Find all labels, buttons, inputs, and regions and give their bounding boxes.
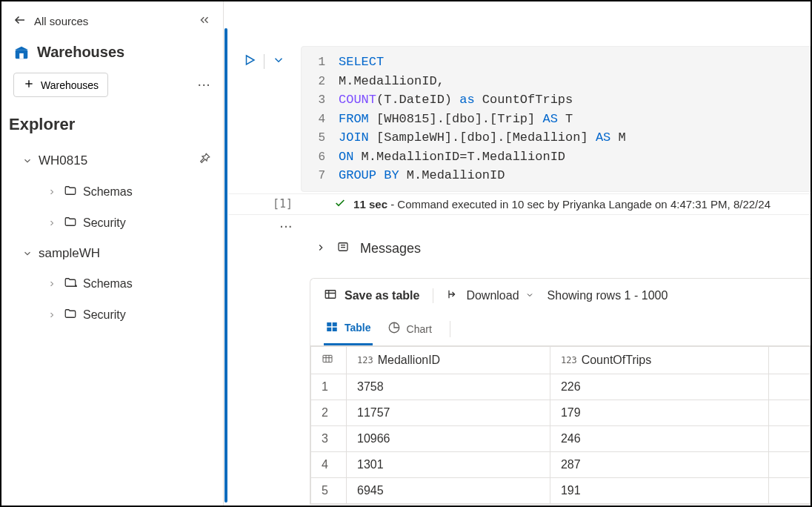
table-row[interactable]: 310966246 bbox=[311, 425, 811, 451]
tree-item-wh0815[interactable]: WH0815 bbox=[1, 145, 223, 176]
results-corner[interactable] bbox=[311, 346, 347, 374]
chevron-right-icon bbox=[316, 241, 326, 256]
table-row[interactable]: 56945191 bbox=[311, 477, 811, 503]
tree-item-schemas[interactable]: Schemas bbox=[1, 268, 223, 299]
code-editor[interactable]: 1SELECT2M.MedallionID,3COUNT(T.DateID) a… bbox=[301, 46, 811, 192]
cell-more-icon[interactable]: ··· bbox=[280, 221, 811, 233]
cell-empty bbox=[768, 425, 811, 451]
col-name: CountOfTrips bbox=[582, 354, 652, 367]
col-type: 123 bbox=[357, 355, 373, 365]
back-label: All sources bbox=[34, 15, 88, 27]
tab-table[interactable]: Table bbox=[324, 313, 373, 345]
folder-icon bbox=[64, 184, 77, 200]
messages-label: Messages bbox=[360, 241, 421, 256]
execution-status: [1] 11 sec - Command executed in 10 sec … bbox=[228, 193, 811, 215]
tree-item-label: Security bbox=[83, 308, 211, 322]
svg-marker-6 bbox=[247, 56, 255, 64]
explorer-title: Explorer bbox=[1, 103, 223, 142]
cell: 226 bbox=[550, 374, 768, 400]
save-as-table-label: Save as table bbox=[345, 289, 419, 302]
separator bbox=[433, 288, 433, 303]
code-line: 1SELECT bbox=[302, 53, 810, 72]
tree-item-label: Security bbox=[83, 216, 211, 230]
col-name: MedallionID bbox=[378, 354, 440, 367]
download-icon bbox=[447, 288, 460, 304]
tree-item-schemas[interactable]: Schemas bbox=[1, 176, 223, 208]
warehouses-title-row: Warehouses bbox=[1, 35, 223, 67]
svg-rect-17 bbox=[327, 327, 331, 331]
line-number: 5 bbox=[302, 129, 339, 147]
line-number: 1 bbox=[302, 53, 339, 71]
messages-icon bbox=[336, 240, 350, 257]
exec-message: - Command executed in 10 sec by Priyanka… bbox=[387, 198, 771, 211]
column-header[interactable]: 123MedallionID bbox=[347, 346, 550, 374]
sidebar: All sources Warehouses Warehouses ··· Ex… bbox=[1, 1, 224, 506]
cell: 1301 bbox=[347, 451, 550, 477]
folder-icon bbox=[64, 215, 77, 231]
code-text: M.MedallionID, bbox=[339, 72, 445, 91]
check-icon bbox=[334, 197, 346, 211]
row-index: 1 bbox=[311, 374, 347, 400]
row-index: 4 bbox=[311, 451, 347, 477]
column-header-empty bbox=[768, 346, 811, 374]
cell: 3758 bbox=[347, 374, 550, 400]
svg-rect-16 bbox=[333, 322, 337, 326]
table-row[interactable]: 211757179 bbox=[311, 400, 811, 425]
download-label: Download bbox=[466, 289, 519, 302]
cell: 287 bbox=[550, 451, 768, 477]
table-row[interactable]: 13758226 bbox=[311, 374, 811, 400]
tab-chart-label: Chart bbox=[407, 323, 432, 335]
svg-rect-3 bbox=[19, 53, 24, 58]
line-number: 2 bbox=[302, 73, 339, 90]
svg-rect-18 bbox=[333, 327, 337, 331]
code-text: ON M.MedallionID=T.MedallionID bbox=[339, 148, 565, 167]
tree-item-label: Schemas bbox=[83, 277, 211, 291]
chevron-right-icon bbox=[47, 279, 58, 288]
cell: 246 bbox=[550, 425, 768, 451]
download-button[interactable]: Download bbox=[447, 288, 533, 304]
svg-rect-15 bbox=[327, 322, 331, 326]
tab-table-label: Table bbox=[345, 322, 371, 334]
tree-item-samplewh[interactable]: sampleWH bbox=[1, 239, 223, 268]
cell: 179 bbox=[550, 400, 768, 425]
warehouses-title: Warehouses bbox=[37, 44, 124, 61]
row-index: 5 bbox=[311, 477, 347, 503]
chevron-right-icon bbox=[47, 188, 58, 196]
tree-item-security[interactable]: Security bbox=[1, 299, 223, 331]
pin-icon[interactable] bbox=[198, 152, 211, 169]
separator bbox=[450, 321, 450, 337]
chart-icon bbox=[387, 321, 401, 337]
back-all-sources[interactable]: All sources bbox=[13, 13, 88, 29]
run-dropdown[interactable] bbox=[272, 53, 285, 69]
run-button[interactable] bbox=[243, 53, 256, 69]
folder-icon bbox=[64, 276, 77, 292]
svg-rect-7 bbox=[339, 242, 347, 251]
cell: 10966 bbox=[347, 425, 550, 451]
chevron-down-icon bbox=[22, 156, 33, 166]
cell-index: [1] bbox=[273, 197, 293, 211]
messages-section[interactable]: Messages bbox=[228, 233, 811, 265]
column-header[interactable]: 123CountOfTrips bbox=[550, 346, 768, 374]
row-index: 3 bbox=[311, 425, 347, 451]
chevron-down-icon bbox=[525, 289, 534, 302]
save-as-table-button[interactable]: Save as table bbox=[324, 288, 419, 304]
chevron-right-icon bbox=[47, 219, 58, 228]
row-index: 2 bbox=[311, 400, 347, 425]
add-warehouses-button[interactable]: Warehouses bbox=[13, 73, 108, 97]
sidebar-more-icon[interactable]: ··· bbox=[198, 79, 211, 91]
cell-empty bbox=[768, 374, 811, 400]
cell-empty bbox=[768, 477, 811, 503]
folder-icon bbox=[64, 307, 77, 323]
line-number: 3 bbox=[302, 91, 339, 109]
table-row[interactable]: 41301287 bbox=[311, 451, 811, 477]
collapse-sidebar-icon[interactable] bbox=[198, 13, 211, 29]
code-text: FROM [WH0815].[dbo].[Trip] AS T bbox=[339, 110, 573, 129]
code-text: JOIN [SampleWH].[dbo].[Medallion] AS M bbox=[339, 128, 626, 148]
cell: 6945 bbox=[347, 477, 550, 503]
explorer-tree: WH0815 Schemas Security sampleWH bbox=[1, 142, 223, 334]
tab-chart[interactable]: Chart bbox=[386, 314, 433, 344]
table-icon bbox=[325, 320, 339, 336]
cell-empty bbox=[768, 451, 811, 477]
code-line: 5JOIN [SampleWH].[dbo].[Medallion] AS M bbox=[302, 128, 810, 148]
tree-item-security[interactable]: Security bbox=[1, 208, 223, 239]
